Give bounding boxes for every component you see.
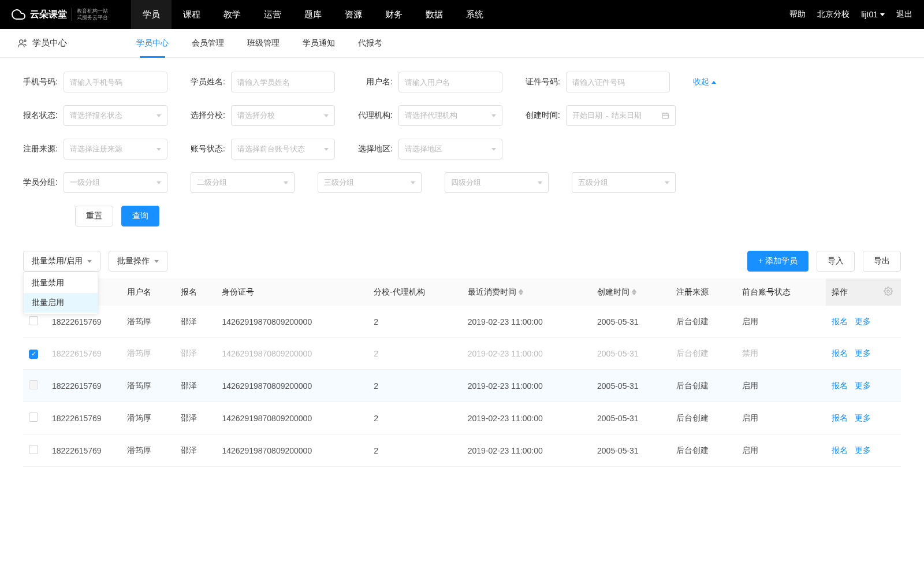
username-input[interactable] <box>398 72 502 92</box>
group1-select[interactable]: 一级分组 <box>64 172 167 193</box>
register-link[interactable]: 报名 <box>832 445 848 455</box>
cell-create: 2005-05-31 <box>591 306 670 338</box>
brand-name: 云朵课堂 <box>30 9 67 21</box>
logout-link[interactable]: 退出 <box>896 9 912 20</box>
dropdown-item[interactable]: 批量禁用 <box>24 273 98 293</box>
row-checkbox[interactable] <box>29 413 38 422</box>
topnav-item[interactable]: 财务 <box>374 0 414 29</box>
row-checkbox[interactable] <box>29 316 38 325</box>
col-create-time[interactable]: 创建时间 <box>591 278 670 306</box>
cell-branch: 2 <box>368 434 462 467</box>
filter-panel: 手机号码: 学员姓名: 用户名: 证件号码: 收起 报名状态: 请选择报名状态 … <box>0 58 924 226</box>
topnav-item[interactable]: 教学 <box>212 0 252 29</box>
cell-phone: 18222615769 <box>46 338 121 370</box>
branch-selector[interactable]: 北京分校 <box>817 9 850 20</box>
table-row: ✓18222615769潘筠厚邵泽14262919870809200000220… <box>23 338 901 370</box>
reg-status-label: 报名状态: <box>23 110 58 121</box>
svg-point-0 <box>20 40 23 43</box>
topnav-item[interactable]: 运营 <box>252 0 293 29</box>
group5-select[interactable]: 五级分组 <box>572 172 676 193</box>
cell-ops: 报名更多 <box>826 338 901 370</box>
col-ops: 操作 <box>826 278 878 306</box>
region-select[interactable]: 请选择地区 <box>398 139 502 159</box>
bulk-ops-dropdown[interactable]: 批量操作 <box>109 251 167 272</box>
chevron-down-icon <box>157 148 161 151</box>
more-link[interactable]: 更多 <box>855 413 871 422</box>
reg-source-select[interactable]: 请选择注册来源 <box>64 139 167 159</box>
svg-point-1 <box>24 40 26 42</box>
cell-status: 禁用 <box>736 338 826 370</box>
group4-select[interactable]: 四级分组 <box>445 172 549 193</box>
cell-source: 后台创建 <box>670 402 736 434</box>
brand-sub: 教育机构一站式服务云平台 <box>72 8 108 21</box>
subnav-item[interactable]: 学员通知 <box>303 29 335 58</box>
export-button[interactable]: 导出 <box>863 251 901 272</box>
name-input[interactable] <box>231 72 335 92</box>
cell-status: 启用 <box>736 434 826 467</box>
cell-last: 2019-02-23 11:00:00 <box>462 402 591 434</box>
more-link[interactable]: 更多 <box>855 381 871 390</box>
subnav-item[interactable]: 代报考 <box>358 29 382 58</box>
logo: 云朵课堂 教育机构一站式服务云平台 <box>12 8 108 21</box>
group3-select[interactable]: 三级分组 <box>318 172 422 193</box>
cell-branch: 2 <box>368 402 462 434</box>
cell-username: 潘筠厚 <box>121 370 175 402</box>
reset-button[interactable]: 重置 <box>75 206 113 226</box>
row-checkbox[interactable]: ✓ <box>29 350 38 359</box>
more-link[interactable]: 更多 <box>855 317 871 326</box>
date-range-picker[interactable]: 开始日期-结束日期 <box>566 105 676 126</box>
cell-username: 潘筠厚 <box>121 338 175 370</box>
cell-status: 启用 <box>736 370 826 402</box>
register-link[interactable]: 报名 <box>832 413 848 422</box>
row-checkbox[interactable] <box>29 380 38 389</box>
agency-select[interactable]: 请选择代理机构 <box>398 105 502 126</box>
cell-username: 潘筠厚 <box>121 402 175 434</box>
more-link[interactable]: 更多 <box>855 348 871 358</box>
id-input[interactable] <box>566 72 670 92</box>
group2-select[interactable]: 二级分组 <box>191 172 295 193</box>
add-student-button[interactable]: + 添加学员 <box>747 251 808 272</box>
more-link[interactable]: 更多 <box>855 445 871 455</box>
user-icon <box>17 38 28 49</box>
topnav-item[interactable]: 资源 <box>333 0 374 29</box>
topnav-item[interactable]: 系统 <box>454 0 495 29</box>
sort-icon <box>519 289 523 295</box>
register-link[interactable]: 报名 <box>832 348 848 358</box>
chevron-down-icon <box>324 148 329 151</box>
user-menu[interactable]: lijt01 <box>861 10 885 19</box>
collapse-toggle[interactable]: 收起 <box>693 77 716 87</box>
topbar: 云朵课堂 教育机构一站式服务云平台 学员课程教学运营题库资源财务数据系统 帮助 … <box>0 0 924 29</box>
topnav-item[interactable]: 数据 <box>414 0 454 29</box>
phone-input[interactable] <box>64 72 167 92</box>
acct-status-select[interactable]: 请选择前台账号状态 <box>231 139 335 159</box>
bulk-toggle-dropdown[interactable]: 批量禁用/启用 <box>23 251 100 272</box>
table-row: 18222615769潘筠厚邵泽142629198708092000002201… <box>23 434 901 467</box>
search-button[interactable]: 查询 <box>121 206 159 226</box>
col-acct-status: 前台账号状态 <box>736 278 826 306</box>
subnav-item[interactable]: 会员管理 <box>192 29 224 58</box>
cell-ops: 报名更多 <box>826 402 901 434</box>
cell-reg: 邵泽 <box>175 402 217 434</box>
col-last-consume[interactable]: 最近消费时间 <box>462 278 591 306</box>
cell-reg: 邵泽 <box>175 306 217 338</box>
chevron-down-icon <box>87 260 92 263</box>
branch-select[interactable]: 请选择分校 <box>231 105 335 126</box>
id-label: 证件号码: <box>526 77 560 87</box>
help-link[interactable]: 帮助 <box>789 9 806 20</box>
topnav-item[interactable]: 学员 <box>131 0 172 29</box>
subnav-item[interactable]: 学员中心 <box>136 29 169 58</box>
topnav-item[interactable]: 题库 <box>293 0 333 29</box>
table-row: 18222615769潘筠厚邵泽142629198708092000002201… <box>23 402 901 434</box>
username-label: 用户名: <box>358 77 393 87</box>
import-button[interactable]: 导入 <box>817 251 855 272</box>
row-checkbox[interactable] <box>29 445 38 454</box>
gear-icon[interactable] <box>884 287 893 296</box>
topbar-right: 帮助 北京分校 lijt01 退出 <box>789 9 912 20</box>
dropdown-item[interactable]: 批量启用 <box>24 293 98 313</box>
register-link[interactable]: 报名 <box>832 381 848 390</box>
register-link[interactable]: 报名 <box>832 317 848 326</box>
subnav-item[interactable]: 班级管理 <box>247 29 280 58</box>
reg-status-select[interactable]: 请选择报名状态 <box>64 105 167 126</box>
topnav-item[interactable]: 课程 <box>172 0 212 29</box>
group-label: 学员分组: <box>23 177 58 188</box>
